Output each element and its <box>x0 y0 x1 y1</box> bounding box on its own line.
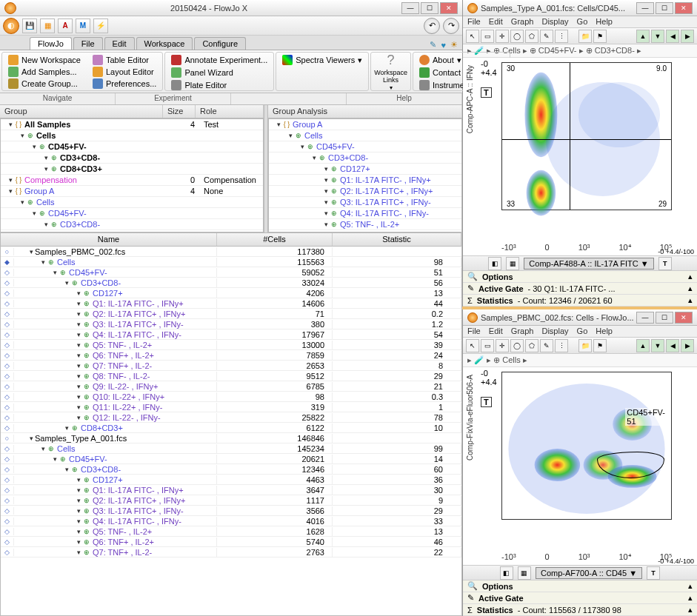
annotate-experiment-button[interactable]: Annotate Experiment... <box>168 54 270 66</box>
table-row[interactable]: ◇▾⊕Q1: IL-17A FITC- , IFNy+364730 <box>1 485 461 495</box>
ellipse-gate-icon[interactable]: ◯ <box>510 30 524 43</box>
group-row[interactable]: ▾⊕CD45+FV- <box>1 141 263 153</box>
ga-row[interactable]: ▾⊕Q3: IL-17A FITC+ , IFNy- <box>269 197 461 208</box>
text-icon[interactable]: T <box>647 566 660 580</box>
new-workspace-button[interactable]: New Workspace <box>5 54 84 66</box>
panel-wizard-button[interactable]: Panel Wizard <box>168 67 270 78</box>
table-row[interactable]: ◇▾⊕CD45+FV-5905251 <box>1 267 461 278</box>
tile-icon[interactable]: ▦ <box>40 19 55 33</box>
table-row[interactable]: ◇▾⊕CD3+CD8-1234660 <box>1 464 461 475</box>
save-icon[interactable]: 💾 <box>22 19 37 33</box>
misc-icon[interactable]: ⋮ <box>555 339 568 352</box>
table-row[interactable]: ◇▾⊕Q5: TNF- , IL-2+1300039 <box>1 340 461 350</box>
table-row[interactable]: ◇▾⊕Cells14523499 <box>1 443 461 454</box>
table-row[interactable]: ◇▾⊕Q4: IL-17A FITC- , IFNy-401633 <box>1 516 461 526</box>
plotB-menu-graph[interactable]: Graph <box>511 327 534 335</box>
plotB-min[interactable]: — <box>636 312 654 324</box>
table-row[interactable]: ◇▾⊕CD3+CD8-3302456 <box>1 278 461 288</box>
tab-flowjo[interactable]: FlowJo <box>30 37 72 50</box>
group-row[interactable]: ▾⊕CD45+FV- <box>1 208 263 219</box>
ga-row[interactable]: ▾⊕Q5: TNF- , IL-2+ <box>269 219 461 230</box>
folder-icon[interactable]: 📁 <box>578 339 592 352</box>
ribbon-icon-2[interactable]: ♥ <box>441 41 446 50</box>
app-menu-button[interactable]: ◐ <box>3 18 19 34</box>
arrow-icon[interactable]: ↖ <box>466 30 479 43</box>
plotA-area[interactable]: Comp-APC-A :: IFNy -0+4.4 T 30 9.0 33 29 <box>463 58 697 255</box>
grid-icon[interactable]: ▦ <box>506 257 519 270</box>
down-icon[interactable]: ▼ <box>651 30 664 43</box>
layout-editor-button[interactable]: Layout Editor <box>90 66 159 78</box>
plotA-max[interactable]: ☐ <box>656 2 673 14</box>
plotA-close[interactable]: ✕ <box>675 2 693 14</box>
table-row[interactable]: ◇▾⊕Q2: IL-17A FITC+ , IFNy+11179 <box>1 495 461 506</box>
ga-row[interactable]: ▾⊕Q4: IL-17A FITC- , IFNy- <box>269 208 461 219</box>
group-row[interactable]: ▾⊕CD8+CD3+ <box>1 164 263 175</box>
brush-icon[interactable]: ✎ <box>540 30 553 43</box>
plotB-max[interactable]: ☐ <box>656 312 673 324</box>
plotA-menu-file[interactable]: File <box>467 17 481 26</box>
add-samples-button[interactable]: Add Samples... <box>5 66 84 78</box>
table-row[interactable]: ◇▾⊕CD127+446336 <box>1 475 461 485</box>
group-row[interactable]: ▾{ }Compensation0Compensation <box>1 175 263 186</box>
plate-editor-button[interactable]: Plate Editor <box>168 79 270 91</box>
table-row[interactable]: ◇▾⊕Q12: IL-22- , IFNy-2582278 <box>1 412 461 423</box>
plotA-menu-graph[interactable]: Graph <box>511 17 534 26</box>
preferences-button[interactable]: Preferences... <box>90 78 159 90</box>
quad-gate-icon[interactable]: ✛ <box>496 30 509 43</box>
table-row[interactable]: ◇▾⊕Q3: IL-17A FITC+ , IFNy-3801.2 <box>1 319 461 329</box>
plotB-options[interactable]: 🔍Options▴ <box>463 580 697 592</box>
plotA-activegate[interactable]: ✎Active Gate- 30 Q1: IL-17A FITC- ...▴ <box>463 283 697 295</box>
plotB-menu-display[interactable]: Display <box>541 327 568 335</box>
table-row[interactable]: ○▾Samples_Type A_001.fcs146846 <box>1 433 461 443</box>
create-group-button[interactable]: Create Group... <box>5 78 84 90</box>
plotB-activegate[interactable]: ✎Active Gate▴ <box>463 592 697 604</box>
table-row[interactable]: ◇▾⊕Q7: TNF+ , IL-2-276322 <box>1 547 461 558</box>
table-row[interactable]: ◇▾⊕Q5: TNF- , IL-2+162813 <box>1 526 461 537</box>
plotA-min[interactable]: — <box>636 2 654 14</box>
up-icon[interactable]: ▲ <box>636 30 650 43</box>
plotB-plot[interactable]: CD45+FV-51 <box>501 372 672 520</box>
spectra-viewers-button[interactable]: Spectra Viewers ▾ <box>279 54 365 66</box>
ribbon-icon-1[interactable]: ✎ <box>430 40 436 50</box>
table-row[interactable]: ○▾Samples_PBMC_002.fcs117380 <box>1 247 461 257</box>
table-row[interactable]: ◆▾⊕Cells11556398 <box>1 257 461 267</box>
plotA-menu-display[interactable]: Display <box>541 17 568 26</box>
text-icon[interactable]: T <box>658 257 672 270</box>
group-tree[interactable]: ▾{ }All Samples4Test▾⊕Cells▾⊕CD45+FV-▾⊕C… <box>0 118 264 232</box>
group-row[interactable]: ▾⊕CD3+CD8- <box>1 219 263 230</box>
next-icon[interactable]: ▶ <box>681 30 694 43</box>
poly-gate-icon[interactable]: ⬠ <box>525 30 538 43</box>
flag-icon[interactable]: ⚑ <box>593 30 607 43</box>
table-row[interactable]: ◇▾⊕Q7: TNF+ , IL-2-26538 <box>1 361 461 371</box>
group-row[interactable]: ▾{ }Group A4None <box>1 186 263 197</box>
rect-gate-icon[interactable]: ▭ <box>481 339 494 352</box>
a-icon[interactable]: A <box>58 19 73 33</box>
group-row[interactable]: ▾⊕Cells <box>1 130 263 141</box>
group-row[interactable]: ▾⊕Cells <box>1 197 263 208</box>
ga-row[interactable]: ▾⊕CD127+ <box>269 164 461 175</box>
plotA-menu-go[interactable]: Go <box>577 17 588 26</box>
poly-gate-icon[interactable]: ⬠ <box>525 339 538 352</box>
workspace-links-label[interactable]: Workspace Links <box>374 69 407 84</box>
ga-row[interactable]: ▾⊕Cells <box>269 130 461 141</box>
plotA-menu-help[interactable]: Help <box>596 17 613 26</box>
minimize-button[interactable]: — <box>401 2 419 14</box>
plotB-area[interactable]: Comp-FixVia-eFluor506-A -0+4.4 T CD45+FV… <box>463 367 697 565</box>
cube-icon[interactable]: ◧ <box>500 566 513 580</box>
ribbon-icon-3[interactable]: ☀ <box>450 40 458 50</box>
flag-icon[interactable]: ⚑ <box>593 339 607 352</box>
prev-icon[interactable]: ◀ <box>666 339 679 352</box>
close-button[interactable]: ✕ <box>440 2 458 14</box>
up-icon[interactable]: ▲ <box>636 339 650 352</box>
plotB-breadcrumb[interactable]: ▸ 🧪 ▸ ⊕ Cells ▸ <box>463 354 697 367</box>
table-row[interactable]: ◇▾⊕Q9: IL-22- , IFNy+678521 <box>1 381 461 392</box>
plotA-plot[interactable]: 30 9.0 33 29 <box>501 62 672 210</box>
ga-row[interactable]: ▾⊕Q1: IL-17A FITC- , IFNy+ <box>269 175 461 186</box>
tab-workspace[interactable]: Workspace <box>136 37 193 50</box>
tab-file[interactable]: File <box>73 37 103 50</box>
table-row[interactable]: ◇▾⊕Q11: IL-22+ , IFNy-3191 <box>1 402 461 412</box>
plotB-menu-go[interactable]: Go <box>577 327 588 335</box>
table-row[interactable]: ◇▾⊕Q3: IL-17A FITC+ , IFNy-356629 <box>1 506 461 516</box>
ga-row[interactable]: ▾⊕Q2: IL-17A FITC+ , IFNy+ <box>269 186 461 197</box>
ga-row[interactable]: ▾⊕CD3+CD8- <box>269 153 461 164</box>
